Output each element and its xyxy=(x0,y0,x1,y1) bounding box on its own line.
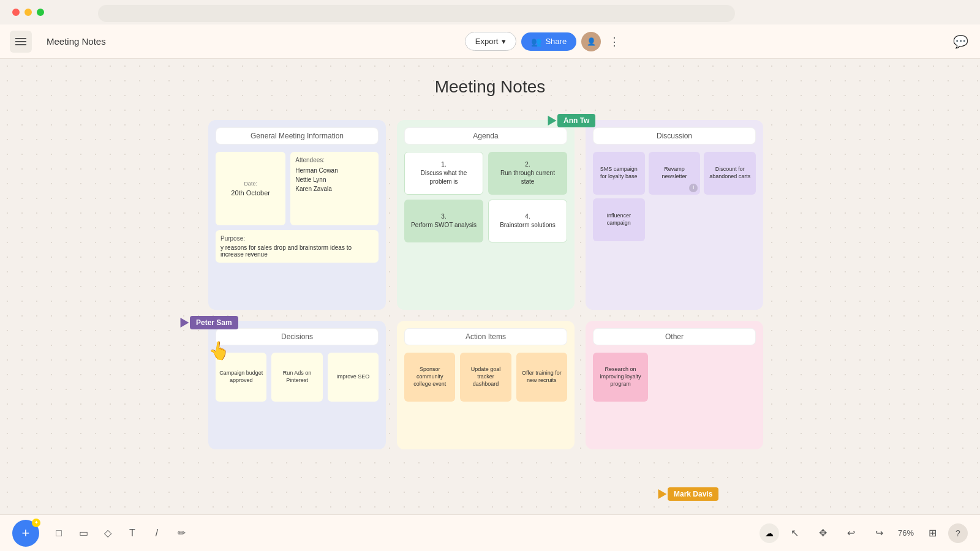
undo-button[interactable]: ↩ xyxy=(840,522,862,544)
section-actions: Action Items Sponsor community college e… xyxy=(397,321,575,449)
other-body: Research on improving loyalty program xyxy=(593,353,756,402)
general-title: General Meeting Information xyxy=(216,127,379,144)
top-bar-left: Meeting Notes xyxy=(10,31,137,53)
add-button[interactable]: + ✦ xyxy=(12,520,39,547)
close-dot[interactable] xyxy=(12,9,20,16)
pan-tool[interactable]: ✥ xyxy=(812,522,834,544)
draw-tool[interactable]: ✏ xyxy=(170,522,192,544)
purpose-title: Purpose: xyxy=(221,235,374,242)
agenda-body: 1. Discuss what the problem is 2. Run th… xyxy=(404,152,567,242)
general-body: Date: 20th October Attendees: Herman Cow… xyxy=(216,152,379,225)
discussion-item-3[interactable]: Discount for abandoned carts xyxy=(704,152,756,195)
purpose-text: y reasons for sales drop and brainstorm … xyxy=(221,244,374,258)
agenda-item-3[interactable]: 3. Perform SWOT analysis xyxy=(404,200,483,242)
hand-cursor-icon: 👆 xyxy=(206,339,231,362)
top-bar: Meeting Notes Export ▾ 👥 Share 👤 ⋮ 💬 xyxy=(0,24,980,59)
share-button[interactable]: 👥 Share xyxy=(521,32,576,51)
ann-label: Ann Tw xyxy=(557,114,595,127)
discussion-body: SMS campaign for loyalty base Revamp new… xyxy=(593,152,756,241)
agenda-item-4[interactable]: 4. Brainstorm solutions xyxy=(488,200,567,242)
agenda-item-2[interactable]: 2. Run through current state xyxy=(488,152,567,195)
redo-button[interactable]: ↪ xyxy=(869,522,891,544)
date-box: Date: 20th October xyxy=(216,152,285,225)
canvas[interactable]: Meeting Notes Ann Tw Peter Sam 👆 Mark Da… xyxy=(0,59,980,514)
share-label: Share xyxy=(545,37,567,46)
chevron-down-icon: ▾ xyxy=(502,37,506,46)
attendee-3: Karen Zavala xyxy=(295,184,374,193)
top-bar-right: Export ▾ 👥 Share 👤 ⋮ xyxy=(465,32,623,51)
cursor-pointer-ann xyxy=(544,113,557,126)
other-title: Other xyxy=(593,328,756,345)
bottom-right-tools: ☁ ↖ ✥ ↩ ↪ 76% ⊞ ? xyxy=(760,522,968,544)
rectangle-icon: □ xyxy=(56,528,62,539)
attendee-1: Herman Cowan xyxy=(295,166,374,175)
cloud-sync-icon[interactable]: ☁ xyxy=(760,523,779,543)
action-item-3[interactable]: Offer training for new recruits xyxy=(516,353,567,402)
mark-cursor: Mark Davis xyxy=(655,487,718,501)
frame-icon: ▭ xyxy=(79,527,88,539)
page-title: Meeting Notes xyxy=(435,77,546,97)
chat-button[interactable]: 💬 xyxy=(951,32,970,51)
section-discussion: Discussion SMS campaign for loyalty base… xyxy=(586,120,763,310)
cursor-pointer-peter xyxy=(176,315,189,328)
mark-label: Mark Davis xyxy=(668,487,718,501)
rectangle-tool[interactable]: □ xyxy=(48,522,70,544)
actions-title: Action Items xyxy=(404,328,567,345)
agenda-title: Agenda xyxy=(404,127,567,144)
select-tool[interactable]: ↖ xyxy=(784,522,806,544)
attendees-title: Attendees: xyxy=(295,157,374,163)
section-agenda: Agenda 1. Discuss what the problem is 2.… xyxy=(397,120,575,310)
help-button[interactable]: ? xyxy=(948,523,968,543)
decisions-title: Decisions xyxy=(216,328,379,345)
maximize-dot[interactable] xyxy=(37,9,44,16)
line-tool[interactable]: / xyxy=(146,522,168,544)
text-tool[interactable]: T xyxy=(121,522,143,544)
agenda-item-1[interactable]: 1. Discuss what the problem is xyxy=(404,152,483,195)
avatar-image: 👤 xyxy=(587,37,596,46)
peter-label: Peter Sam xyxy=(190,316,238,329)
discussion-item-4[interactable]: Influencer campaign xyxy=(593,198,645,241)
decision-item-3[interactable]: Improve SEO xyxy=(328,353,379,402)
grid-button[interactable]: ⊞ xyxy=(921,522,943,544)
text-icon: T xyxy=(129,528,135,539)
discussion-item-1[interactable]: SMS campaign for loyalty base xyxy=(593,152,645,195)
discussion-item-2[interactable]: Revamp newsletter i xyxy=(649,152,701,195)
decision-item-2[interactable]: Run Ads on Pinterest xyxy=(271,353,322,402)
cursor-pointer-mark xyxy=(654,487,667,499)
purpose-box: Purpose: y reasons for sales drop and br… xyxy=(216,230,379,263)
action-item-2[interactable]: Update goal tracker dashboard xyxy=(460,353,511,402)
document-title: Meeting Notes xyxy=(39,32,137,50)
section-decisions: Decisions Campaign budget approved Run A… xyxy=(208,321,386,449)
ann-cursor: Ann Tw xyxy=(545,114,595,127)
actions-body: Sponsor community college event Update g… xyxy=(404,353,567,402)
window-chrome xyxy=(12,9,44,16)
minimize-dot[interactable] xyxy=(24,9,32,16)
sparkle-icon: ✦ xyxy=(32,519,40,527)
add-icon: + xyxy=(22,525,30,541)
line-icon: / xyxy=(156,528,158,539)
avatar[interactable]: 👤 xyxy=(581,32,601,51)
section-general: General Meeting Information Date: 20th O… xyxy=(208,120,386,310)
menu-button[interactable] xyxy=(10,31,32,53)
peter-cursor: Peter Sam xyxy=(178,316,238,329)
help-icon: ? xyxy=(956,528,960,538)
pencil-icon: ✏ xyxy=(178,527,186,539)
export-label: Export xyxy=(475,37,499,46)
other-item-1[interactable]: Research on improving loyalty program xyxy=(593,353,648,402)
export-button[interactable]: Export ▾ xyxy=(465,32,517,51)
date-label: Date: xyxy=(244,181,257,187)
frame-tool[interactable]: ▭ xyxy=(72,522,94,544)
share-icon: 👥 xyxy=(531,37,541,47)
bottom-toolbar: + ✦ □ ▭ ◇ T / ✏ ☁ ↖ ✥ ↩ ↪ 76% ⊞ ? xyxy=(0,514,980,551)
section-other: Other Research on improving loyalty prog… xyxy=(586,321,763,449)
action-item-1[interactable]: Sponsor community college event xyxy=(404,353,455,402)
sticky-icon: ◇ xyxy=(104,527,111,539)
decisions-body: Campaign budget approved Run Ads on Pint… xyxy=(216,353,379,402)
more-options-button[interactable]: ⋮ xyxy=(606,33,623,50)
info-icon: i xyxy=(689,184,698,192)
sticky-tool[interactable]: ◇ xyxy=(97,522,119,544)
attendee-2: Nettie Lynn xyxy=(295,175,374,184)
address-bar[interactable] xyxy=(98,5,735,22)
discussion-title: Discussion xyxy=(593,127,756,144)
date-value: 20th October xyxy=(231,189,270,197)
